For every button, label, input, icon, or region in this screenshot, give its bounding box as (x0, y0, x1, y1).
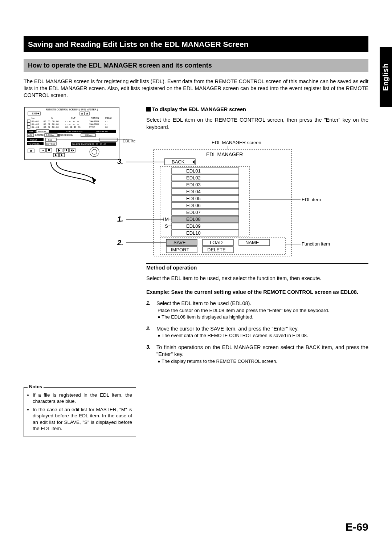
svg-text:EDIT END: EDIT END (46, 143, 56, 145)
svg-rect-67 (58, 134, 60, 137)
svg-text:STOP: STOP (89, 126, 95, 128)
svg-text:CHAPTER: CHAPTER (89, 120, 99, 122)
edl-item-label: EDL item (302, 197, 321, 202)
svg-text:BITRATE: BITRATE (35, 134, 44, 136)
svg-text:00 : 03 : 30 : 00: 00 : 03 : 30 : 00 (65, 126, 81, 128)
method-heading: Method of operation (146, 263, 368, 272)
edl-manager-screen-figure: EDL MANAGER screen EDL MANAGER BACK EDL0… (117, 140, 331, 260)
svg-text:DISC  REMAIN: DISC REMAIN (60, 134, 73, 136)
svg-text:EDL10: EDL10 (186, 230, 201, 236)
svg-text:S: S (165, 223, 168, 229)
svg-text:TOTAL DURATION: TOTAL DURATION (65, 130, 82, 133)
svg-text:01 – 03: 01 – 03 (32, 126, 39, 128)
svg-point-64 (92, 149, 97, 154)
main-heading: Saving and Reading Edit Lists on the EDL… (24, 36, 368, 52)
svg-rect-16 (27, 123, 30, 125)
step-item: 1. Select the EDL item to be used (EDL08… (146, 300, 368, 320)
svg-rect-89 (172, 223, 239, 229)
svg-text:00 : 02 : 30 : 00: 00 : 02 : 30 : 00 (44, 126, 59, 128)
svg-text:EDL01: EDL01 (186, 168, 201, 174)
intro-paragraph: The EDL MANAGER screen is for registerin… (24, 78, 368, 99)
step-item: 3. To finish operations on the EDL MANAG… (146, 344, 368, 365)
svg-text:TC  SET: TC SET (30, 139, 37, 141)
svg-text:DELETE: DELETE (207, 247, 226, 252)
svg-text:EDL02: EDL02 (186, 175, 201, 181)
svg-rect-59 (70, 148, 75, 152)
svg-text:3.: 3. (117, 157, 123, 165)
page-number: E-69 (346, 521, 368, 533)
svg-text:00 : 00 : 00 : 00: 00 : 00 : 00 : 00 (44, 120, 59, 122)
svg-text:- -: - - (105, 123, 107, 125)
svg-rect-77 (172, 182, 239, 188)
svg-text:1.: 1. (117, 215, 123, 223)
svg-rect-54 (48, 149, 50, 151)
svg-text:NAME: NAME (245, 240, 259, 245)
svg-text:8.0  Mbps: 8.0 Mbps (46, 134, 54, 136)
svg-rect-73 (172, 168, 239, 174)
svg-text:SOURCE  TIMECODE     00 : 03 :: SOURCE TIMECODE 00 : 03 : 30 : 00 (72, 143, 106, 145)
svg-text:EDL07: EDL07 (186, 210, 201, 215)
svg-text:IN: IN (51, 117, 53, 119)
svg-text:TC  CANCEL: TC CANCEL (28, 143, 40, 145)
fn-item-label: Function item (302, 241, 330, 247)
notes-title: Notes (28, 384, 44, 390)
note-item: If a file is registered in the EDL item,… (33, 392, 132, 405)
svg-text:01 – 01: 01 – 01 (32, 120, 39, 122)
svg-text:ADJ: ADJ (28, 134, 32, 136)
step-item: 2. Move the cursor to the SAVE item, and… (146, 325, 368, 339)
svg-text:EDL: EDL (48, 139, 52, 141)
language-tab: English (380, 47, 392, 107)
svg-rect-22 (27, 126, 30, 128)
rc-title: REMOTE CONTROL SCREEN ( 9PIN MASTER ) (46, 108, 98, 111)
svg-text:00 : 01 : 30 : 00: 00 : 01 : 30 : 00 (44, 123, 59, 125)
svg-rect-81 (172, 195, 239, 202)
display-heading: To display the EDL MANAGER screen (152, 106, 246, 112)
svg-text:00h 03m 30s: 00h 03m 30s (96, 130, 108, 133)
svg-rect-58 (66, 149, 67, 151)
svg-rect-10 (27, 120, 30, 122)
svg-text:CHAPTER: CHAPTER (89, 123, 99, 125)
svg-text:01 – 02: 01 – 02 (32, 123, 39, 125)
edl-title: EDL MANAGER (206, 151, 243, 157)
right-column: To display the EDL MANAGER screen Select… (146, 106, 368, 437)
svg-text:- - : - - : - - : - -: - - : - - : - - : - - (65, 120, 79, 122)
svg-rect-79 (172, 189, 239, 195)
svg-text:- -: - - (105, 120, 107, 122)
svg-text:- - : - - : - - : - -: - - : - - : - - : - - (65, 123, 79, 125)
svg-rect-56 (63, 148, 69, 152)
section-heading: How to operate the EDL MANAGER screen an… (24, 59, 368, 72)
display-body: Select the EDL item on the REMOTE CONTRO… (146, 117, 368, 131)
svg-text:2.: 2. (117, 239, 123, 247)
svg-text:LOAD: LOAD (210, 240, 222, 245)
square-bullet-icon (146, 107, 151, 112)
svg-rect-75 (172, 175, 239, 181)
svg-text:EDL05: EDL05 (186, 196, 201, 201)
svg-rect-83 (172, 202, 239, 208)
svg-text:BACK: BACK (172, 159, 185, 165)
svg-text:MANUAL: MANUAL (38, 130, 46, 133)
svg-rect-87 (172, 216, 239, 222)
svg-text:M: M (165, 216, 169, 222)
svg-text:EDL08: EDL08 (186, 216, 201, 222)
language-label: English (382, 64, 390, 91)
step-list: 1. Select the EDL item to be used (EDL08… (146, 300, 368, 364)
svg-text:OUT: OUT (71, 117, 75, 119)
svg-text:030  min: 030 min (85, 134, 93, 136)
note-item: In the case of an edit list for MASTER, … (33, 406, 132, 432)
example-heading: Example: Save the current setting value … (146, 289, 368, 296)
svg-rect-57 (65, 149, 65, 151)
svg-text:EDL03: EDL03 (186, 182, 201, 187)
svg-rect-85 (172, 209, 239, 215)
notes-box: Notes If a file is registered in the EDL… (24, 387, 136, 437)
svg-text:00: 00 (105, 126, 108, 128)
method-body: Select the EDL item to be used, next sel… (146, 275, 368, 282)
svg-text:IMPORT: IMPORT (171, 247, 189, 252)
svg-rect-52 (40, 148, 45, 152)
svg-text:No.: No. (32, 117, 35, 119)
svg-text:EDL04: EDL04 (186, 189, 201, 194)
edl-screen-top-label: EDL MANAGER screen (212, 140, 261, 145)
svg-text:SAVE: SAVE (173, 240, 186, 245)
svg-rect-91 (172, 230, 239, 236)
svg-text:MENU: MENU (105, 117, 112, 119)
svg-text:EDL09: EDL09 (186, 223, 201, 229)
